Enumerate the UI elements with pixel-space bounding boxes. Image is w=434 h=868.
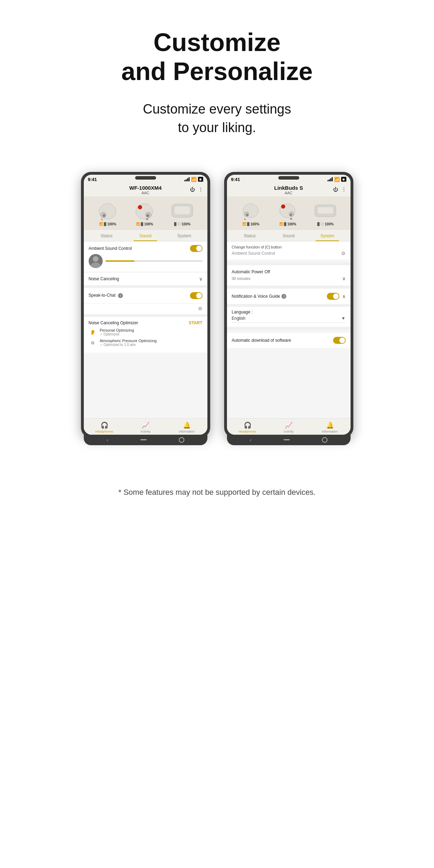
- svg-point-20: [290, 214, 292, 216]
- tab-status-right[interactable]: Status: [230, 230, 269, 241]
- status-icons-left: 📶 ■: [184, 177, 203, 182]
- auto-download-toggle[interactable]: [333, 337, 346, 344]
- battery-icon-left: ■: [198, 177, 203, 182]
- change-function-label: Change function of [C] button: [232, 245, 346, 249]
- device-codec-right: AAC: [274, 191, 303, 195]
- tab-status-left[interactable]: Status: [87, 230, 126, 241]
- nav-activity-right[interactable]: 📈 Activity: [268, 421, 309, 433]
- change-function-gear[interactable]: ⚙: [341, 251, 346, 256]
- device-name-left: WF-1000XM4: [129, 185, 162, 191]
- earbuds-section-left: L 📶 █ 100% R: [84, 196, 207, 230]
- slider-track[interactable]: [105, 260, 203, 262]
- device-codec-left: AAC: [129, 191, 162, 195]
- auto-download-label: Automatic download of software: [232, 338, 291, 343]
- ambient-sound-card: Ambient Sound Control: [84, 241, 207, 272]
- ambient-toggle[interactable]: [190, 245, 203, 252]
- notification-toggle[interactable]: [327, 293, 339, 300]
- atmospheric-sub: ✓ Optimized to 1.0 atm: [100, 343, 157, 347]
- power-icon-left[interactable]: ⏻: [190, 187, 195, 192]
- tab-system-right[interactable]: System: [308, 230, 347, 241]
- svg-point-12: [93, 256, 98, 262]
- linkbuds-right-img: R: [276, 202, 299, 221]
- noise-canceling-row[interactable]: Noise Canceling ∨: [84, 272, 207, 285]
- back-btn-right[interactable]: ‹: [250, 437, 251, 443]
- phone-left: 9:41 📶 ■ WF-1000XM4 AAC: [81, 172, 210, 437]
- recent-btn-right[interactable]: [322, 437, 328, 443]
- tab-bar-right: Status Sound System: [227, 230, 351, 241]
- language-value[interactable]: English ▼: [232, 316, 346, 323]
- power-off-chevron[interactable]: ∨: [342, 276, 346, 281]
- info-nav-icon-left: 🔔: [183, 421, 191, 429]
- noise-canceling-label: Noise Canceling: [89, 276, 119, 281]
- home-btn-left[interactable]: [140, 439, 147, 440]
- avatar-img: [89, 254, 103, 268]
- speak-info-icon: i: [118, 293, 123, 298]
- battery-linkbuds-right: 📶 █ 100%: [279, 222, 296, 226]
- tab-bar-left: Status Sound System: [84, 230, 207, 241]
- personal-optimizing-title: Personal Optimizing: [100, 328, 134, 332]
- recent-btn-left[interactable]: [179, 437, 184, 443]
- tab-system-left[interactable]: System: [165, 230, 204, 241]
- nav-activity-left[interactable]: 📈 Activity: [125, 421, 166, 433]
- hero-title: Customize and Personalize: [14, 28, 420, 86]
- speak-to-chat-row: Speak-to-Chat i: [84, 288, 207, 303]
- earbuds-section-right: L 📶 █ 100% R: [227, 196, 351, 230]
- bottom-nav-left: 🎧 Headphones 📈 Activity 🔔 Information: [84, 418, 207, 435]
- bt-icon-r: 📶: [136, 222, 140, 226]
- menu-icon-right[interactable]: ⋮: [341, 187, 346, 192]
- ear-icon: 👂: [89, 328, 97, 337]
- notif-controls: ∧: [327, 293, 346, 300]
- settings-row: ⚙: [84, 303, 207, 314]
- wifi-icon-left: 📶: [191, 177, 197, 182]
- status-bar-right: 9:41 📶 ■: [227, 175, 351, 183]
- time-right: 9:41: [231, 177, 240, 182]
- auto-power-off-value: 30 minutes ∨: [232, 276, 346, 281]
- notif-info-icon: i: [281, 294, 286, 299]
- tab-sound-right[interactable]: Sound: [269, 230, 308, 241]
- bt-icon-l: 📶: [99, 222, 103, 226]
- hero-subtitle: Customize every settings to your liking.: [14, 100, 420, 137]
- app-header-left: WF-1000XM4 AAC ⏻ ⋮: [84, 183, 207, 196]
- case-img: [170, 201, 194, 220]
- activity-nav-icon-left: 📈: [142, 421, 149, 429]
- svg-point-7: [138, 205, 142, 209]
- nav-information-right[interactable]: 🔔 Information: [309, 421, 351, 433]
- back-btn-left[interactable]: ‹: [106, 437, 108, 443]
- svg-point-16: [246, 214, 248, 216]
- divider-r2: [227, 286, 351, 289]
- nav-headphones-right[interactable]: 🎧 Headphones: [227, 421, 268, 433]
- nav-headphones-left[interactable]: 🎧 Headphones: [84, 421, 125, 433]
- activity-nav-icon-right: 📈: [285, 421, 293, 429]
- battery-linkbuds-case: █ ⓘ 100%: [317, 222, 334, 226]
- speak-toggle[interactable]: [190, 292, 203, 299]
- nav-information-left[interactable]: 🔔 Information: [166, 421, 207, 433]
- home-btn-right[interactable]: [284, 439, 290, 440]
- content-area-left: Ambient Sound Control: [84, 241, 207, 418]
- ambient-slider: [89, 254, 203, 268]
- headphones-nav-icon-right: 🎧: [244, 421, 251, 429]
- speak-to-chat-label: Speak-to-Chat i: [89, 293, 123, 298]
- phone-nav-bar-left: ‹: [84, 435, 207, 445]
- wifi-icon-right: 📶: [334, 177, 340, 182]
- power-icon-right[interactable]: ⏻: [333, 187, 338, 192]
- noise-canceling-chevron: ∨: [199, 276, 203, 282]
- notification-expand[interactable]: ∧: [342, 294, 346, 299]
- battery-row-left: 📶 █ 100%: [99, 222, 116, 226]
- menu-icon-left[interactable]: ⋮: [198, 187, 203, 192]
- phones-section: 9:41 📶 ■ WF-1000XM4 AAC: [0, 151, 434, 465]
- change-function-section: Change function of [C] button Ambient So…: [227, 241, 351, 260]
- personal-optimizing-item: 👂 Personal Optimizing ✓ Optimized: [89, 328, 203, 337]
- app-header-right: LinkBuds S AAC ⏻ ⋮: [227, 183, 351, 196]
- battery-row-case: █ ⓘ 100%: [174, 222, 191, 226]
- earbud-left-img: L: [96, 202, 119, 221]
- settings-gear-icon[interactable]: ⚙: [198, 306, 203, 311]
- tab-sound-left[interactable]: Sound: [126, 230, 165, 241]
- status-icons-right: 📶 ■: [328, 177, 346, 182]
- language-section: Language : English ▼: [227, 307, 351, 327]
- optimizer-start-btn[interactable]: START: [189, 320, 202, 325]
- optimizer-title: Noise Canceling Optimizer: [89, 320, 138, 325]
- phone-nav-bar-right: ‹: [227, 435, 351, 445]
- linkbuds-case: █ ⓘ 100%: [313, 201, 338, 226]
- signal-bars-left: [184, 177, 190, 181]
- hero-section: Customize and Personalize Customize ever…: [0, 0, 434, 151]
